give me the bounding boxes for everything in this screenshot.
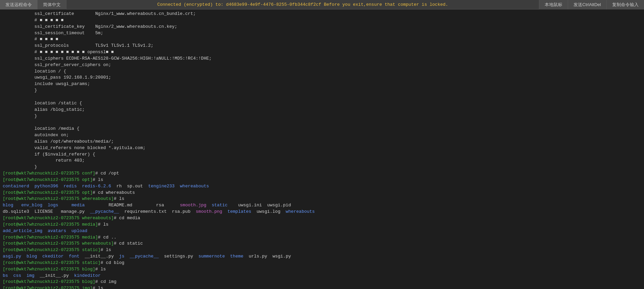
copy-cmd-input-button[interactable]: 复制命令输入 xyxy=(606,0,644,9)
topbar: 发送远程命令 简体中文 Connected (encrypted) to: d4… xyxy=(0,0,644,9)
send-remote-cmd-button[interactable]: 发送远程命令 xyxy=(0,0,38,9)
terminal[interactable]: ssl_certificate Nginx/1_www.whereabouts.… xyxy=(0,9,644,289)
connection-title: Connected (encrypted) to: d4683e99-4e9f-… xyxy=(66,2,539,7)
simplified-chinese-button[interactable]: 简体中文 xyxy=(38,0,66,9)
send-ctrl-alt-del-button[interactable]: 发送CtrlAltDel xyxy=(568,0,606,9)
local-mouse-button[interactable]: 本地鼠标 xyxy=(539,0,568,9)
